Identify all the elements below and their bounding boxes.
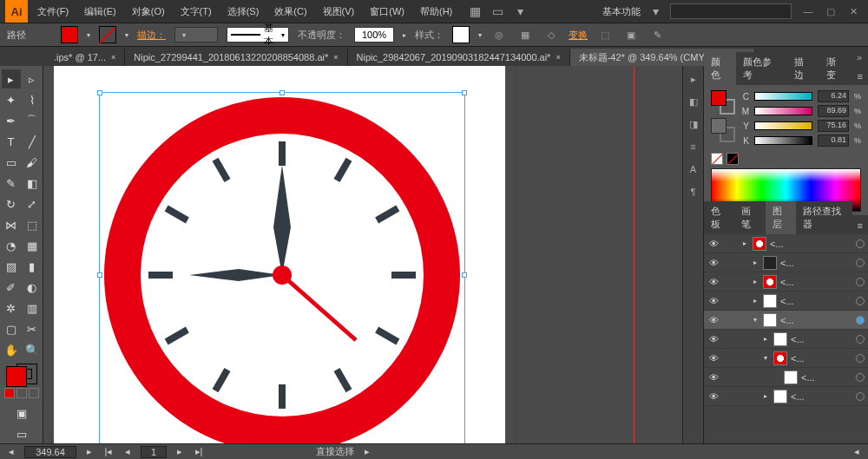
yellow-value[interactable]: 75.16 <box>818 120 849 132</box>
visibility-icon[interactable]: 👁 <box>707 239 720 249</box>
guide-line[interactable] <box>634 66 635 443</box>
hand-tool[interactable]: ✋ <box>2 340 21 359</box>
layer-row[interactable]: 👁▸<... <box>704 387 868 406</box>
slice-tool[interactable]: ✂ <box>23 319 42 338</box>
arrange-icon[interactable]: ▾ <box>512 3 528 19</box>
zoom-in-icon[interactable]: ▸ <box>83 446 95 457</box>
scale-tool[interactable]: ⤢ <box>23 194 42 213</box>
magenta-value[interactable]: 89.69 <box>818 105 849 117</box>
menu-help[interactable]: 帮助(H) <box>414 2 458 22</box>
menu-object[interactable]: 对象(O) <box>126 2 171 22</box>
layer-row[interactable]: 👁▾<... <box>704 349 868 368</box>
close-icon[interactable]: × <box>111 53 115 62</box>
transform-label[interactable]: 变换 <box>569 29 588 42</box>
first-artboard-icon[interactable]: |◂ <box>102 446 115 457</box>
black-swatch[interactable] <box>727 153 739 165</box>
scroll-left-icon[interactable]: ◂ <box>851 446 863 457</box>
tab-scroll-right-icon[interactable]: » <box>851 49 868 66</box>
next-artboard-icon[interactable]: ▸ <box>174 446 186 457</box>
close-icon[interactable]: × <box>556 53 560 62</box>
gradient-tool[interactable]: ▮ <box>23 257 42 276</box>
blend-tool[interactable]: ◐ <box>23 278 42 297</box>
dock-panel-icon[interactable]: ¶ <box>686 184 701 200</box>
maximize-button[interactable]: ▢ <box>821 4 840 18</box>
search-input[interactable] <box>670 3 792 19</box>
close-icon[interactable]: × <box>333 53 338 62</box>
menu-type[interactable]: 文字(T) <box>174 2 218 22</box>
dock-collapse-icon[interactable]: ▸ <box>686 71 701 87</box>
yellow-slider[interactable] <box>754 121 812 130</box>
zoom-out-icon[interactable]: ◂ <box>5 446 17 457</box>
dock-panel-icon[interactable]: ≡ <box>686 139 701 154</box>
tab-brushes[interactable]: 画笔 <box>734 201 765 234</box>
layer-row[interactable]: 👁<... <box>704 368 868 387</box>
layer-row[interactable]: 👁▸<... <box>704 272 868 292</box>
graphic-style-swatch[interactable] <box>452 26 470 43</box>
rectangle-tool[interactable]: ▭ <box>2 153 21 172</box>
pen-tool[interactable]: ✒ <box>2 111 21 130</box>
isolate-icon[interactable]: ⬚ <box>596 26 614 43</box>
stroke-profile-dropdown[interactable]: 基本▾ <box>227 27 289 43</box>
cyan-slider[interactable] <box>754 92 812 101</box>
bridge-icon[interactable]: ▭ <box>490 3 505 19</box>
zoom-value[interactable]: 349.64 <box>24 446 76 458</box>
artboard-number[interactable]: 1 <box>141 446 167 458</box>
rotate-tool[interactable]: ↻ <box>2 194 21 213</box>
menu-window[interactable]: 窗口(W) <box>364 2 411 22</box>
menu-edit[interactable]: 编辑(E) <box>78 2 122 22</box>
shape-icon[interactable]: ◇ <box>542 26 560 43</box>
eyedropper-tool[interactable]: ✐ <box>2 278 21 297</box>
shape-builder-tool[interactable]: ◔ <box>2 236 21 255</box>
layer-row-selected[interactable]: 👁▾<... <box>704 311 868 330</box>
menu-effect[interactable]: 效果(C) <box>268 2 312 22</box>
status-menu-icon[interactable]: ▸ <box>361 446 373 457</box>
stroke-swatch[interactable] <box>99 26 116 43</box>
close-button[interactable]: ✕ <box>844 4 863 18</box>
panel-menu-icon[interactable]: ≡ <box>852 68 868 85</box>
dock-panel-icon[interactable]: ◨ <box>686 116 701 132</box>
eraser-tool[interactable]: ◧ <box>23 174 42 193</box>
layer-row[interactable]: 👁▸<... <box>704 292 868 311</box>
opacity-input[interactable]: 100% <box>354 27 394 43</box>
none-swatch[interactable] <box>711 153 723 165</box>
free-transform-tool[interactable]: ⬚ <box>23 215 42 234</box>
tab-color[interactable]: 颜色 <box>704 52 736 85</box>
tab-swatches[interactable]: 色板 <box>704 201 734 234</box>
tab-pathfinder[interactable]: 路径查找器 <box>796 201 852 234</box>
tab-layers[interactable]: 图层 <box>766 201 796 234</box>
line-tool[interactable]: ╱ <box>23 132 42 151</box>
layer-row[interactable]: 👁▸<... <box>704 330 868 349</box>
panel-menu-icon[interactable]: ≡ <box>852 217 868 234</box>
width-tool[interactable]: ⋈ <box>2 215 21 234</box>
recolor-icon[interactable]: ◎ <box>490 26 508 43</box>
type-tool[interactable]: T <box>2 132 21 151</box>
black-value[interactable]: 0.81 <box>818 134 849 147</box>
magenta-slider[interactable] <box>754 107 812 115</box>
document-tab[interactable]: Nipic_29842067_20190903182447134000.ai*× <box>348 49 570 66</box>
dock-panel-icon[interactable]: ◧ <box>686 94 701 109</box>
stroke-label[interactable]: 描边： <box>137 29 166 42</box>
cyan-value[interactable]: 6.24 <box>818 90 849 102</box>
color-fill-stroke-alt[interactable] <box>711 118 735 142</box>
layer-row[interactable]: 👁▸<... <box>704 253 868 272</box>
document-tab[interactable]: .ips* @ 17...× <box>45 49 125 66</box>
direct-selection-tool[interactable]: ▹ <box>23 69 42 89</box>
screen-mode-icon[interactable]: ▭ <box>12 424 31 443</box>
draw-mode-icon[interactable]: ▣ <box>12 403 31 423</box>
tab-color-guide[interactable]: 颜色参考 <box>736 52 787 85</box>
mesh-tool[interactable]: ▨ <box>2 257 21 276</box>
workspace-label[interactable]: 基本功能 <box>602 5 641 18</box>
stroke-weight-dropdown[interactable]: ▾ <box>174 27 218 43</box>
target-icon[interactable] <box>856 239 865 248</box>
graph-tool[interactable]: ▥ <box>23 298 42 318</box>
document-tab[interactable]: Nipic_27299441_20180613220208854088.ai*× <box>125 49 347 66</box>
selection-tool[interactable]: ▸ <box>2 69 21 89</box>
tab-stroke[interactable]: 描边 <box>787 52 819 85</box>
menu-view[interactable]: 视图(V) <box>317 2 361 22</box>
clip-icon[interactable]: ▣ <box>622 26 640 43</box>
fill-swatch[interactable] <box>61 26 78 43</box>
layout-icon[interactable]: ▦ <box>467 3 483 19</box>
lasso-tool[interactable]: ⌇ <box>23 90 42 109</box>
paintbrush-tool[interactable]: 🖌 <box>23 153 42 172</box>
layer-row[interactable]: 👁▸<... <box>704 234 868 253</box>
